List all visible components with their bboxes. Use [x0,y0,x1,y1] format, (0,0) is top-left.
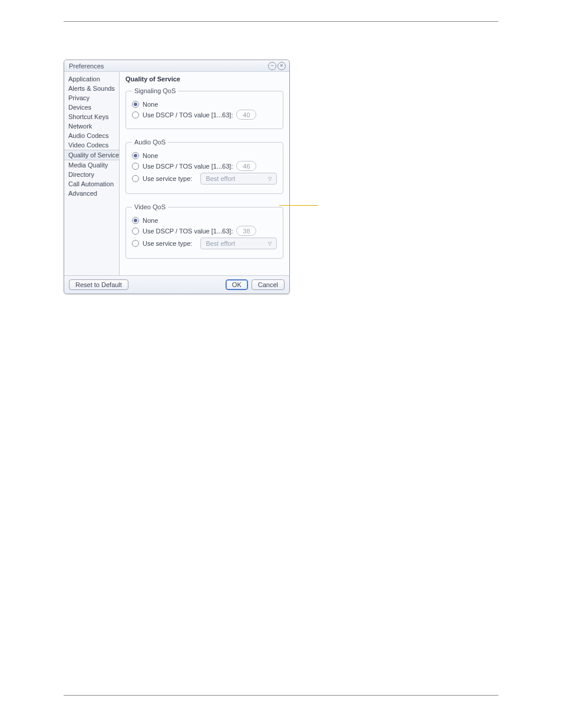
sidebar-item-audio-codecs[interactable]: Audio Codecs [64,131,119,140]
sidebar-item-call-automation[interactable]: Call Automation [64,179,119,189]
signaling-dscp-input[interactable] [236,110,256,120]
radio-label: Use DSCP / TOS value [1...63]: [143,228,233,235]
signaling-qos-group: Signaling QoS None Use DSCP / TOS value … [125,87,283,129]
radio-icon [132,175,139,182]
titlebar: Preferences − × [64,60,289,72]
radio-label: None [143,217,158,224]
sidebar-item-video-codecs[interactable]: Video Codecs [64,140,119,150]
sidebar-item-shortcut-keys[interactable]: Shortcut Keys [64,112,119,121]
video-service-select[interactable]: Best effort ▽ [200,238,277,249]
radio-label: None [143,152,158,159]
radio-icon [132,111,139,118]
sidebar-item-advanced[interactable]: Advanced [64,189,119,198]
divider-bottom [64,695,498,696]
radio-label: Use DSCP / TOS value [1...63]: [143,163,233,170]
audio-dscp-input[interactable] [236,161,256,171]
reset-to-default-button[interactable]: Reset to Default [69,279,128,290]
select-value: Best effort [206,240,235,247]
panel-content: Quality of Service Signaling QoS None Us… [120,72,289,275]
window-title: Preferences [69,62,267,70]
audio-qos-legend: Audio QoS [132,139,168,146]
dialog-footer: Reset to Default OK Cancel [64,275,289,294]
sidebar-item-devices[interactable]: Devices [64,103,119,112]
minimize-button[interactable]: − [268,62,276,70]
sidebar-item-network[interactable]: Network [64,121,119,131]
radio-icon [132,240,139,247]
close-button[interactable]: × [277,62,286,70]
cancel-button[interactable]: Cancel [252,279,285,290]
audio-qos-group: Audio QoS None Use DSCP / TOS value [1..… [125,139,283,194]
signaling-qos-legend: Signaling QoS [132,87,178,94]
video-service-row[interactable]: Use service type: Best effort ▽ [132,238,277,249]
ok-button[interactable]: OK [226,279,248,290]
video-none-row[interactable]: None [132,217,277,224]
radio-icon [132,152,139,159]
audio-none-row[interactable]: None [132,152,277,159]
audio-service-select[interactable]: Best effort ▽ [200,173,277,185]
annotation-line [279,205,318,206]
sidebar-item-application[interactable]: Application [64,74,119,84]
signaling-none-row[interactable]: None [132,101,277,108]
chevron-down-icon: ▽ [268,241,272,246]
radio-icon [132,163,139,170]
audio-dscp-row[interactable]: Use DSCP / TOS value [1...63]: [132,161,277,171]
audio-service-row[interactable]: Use service type: Best effort ▽ [132,173,277,185]
radio-icon [132,217,139,224]
preferences-dialog: Preferences − × Application Alerts & Sou… [64,60,290,294]
sidebar-item-alerts-sounds[interactable]: Alerts & Sounds [64,84,119,93]
radio-label: Use service type: [143,175,192,182]
sidebar: Application Alerts & Sounds Privacy Devi… [64,72,120,275]
sidebar-item-directory[interactable]: Directory [64,170,119,179]
video-qos-group: Video QoS None Use DSCP / TOS value [1..… [125,203,283,259]
radio-label: Use DSCP / TOS value [1...63]: [143,111,233,118]
panel-title: Quality of Service [125,75,283,83]
sidebar-item-media-quality[interactable]: Media Quality [64,160,119,170]
divider-top [64,21,498,22]
sidebar-item-privacy[interactable]: Privacy [64,93,119,103]
video-dscp-row[interactable]: Use DSCP / TOS value [1...63]: [132,226,277,236]
radio-icon [132,101,139,108]
chevron-down-icon: ▽ [268,176,272,182]
radio-label: None [143,101,158,108]
sidebar-item-quality-of-service[interactable]: Quality of Service [64,150,119,160]
select-value: Best effort [206,175,235,182]
radio-label: Use service type: [143,240,192,247]
signaling-dscp-row[interactable]: Use DSCP / TOS value [1...63]: [132,110,277,120]
video-dscp-input[interactable] [236,226,256,236]
radio-icon [132,228,139,235]
video-qos-legend: Video QoS [132,203,168,210]
